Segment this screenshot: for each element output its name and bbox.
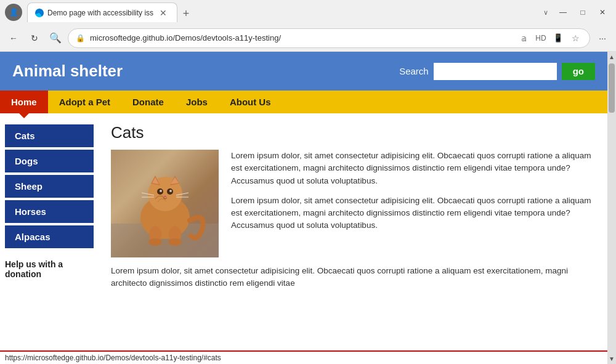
cat-svg	[111, 150, 219, 257]
site-title: Animal shelter	[12, 62, 123, 81]
favorites-icon[interactable]: ☆	[569, 33, 582, 43]
nav-menu: Home Adopt a Pet Donate Jobs About Us	[0, 91, 607, 113]
svg-point-10	[169, 190, 172, 192]
nav-bar: ← ↻ 🔍 🔒 microsoftedge.github.io/Demos/de…	[0, 25, 616, 52]
site-header: Animal shelter Search go	[0, 52, 607, 91]
maximize-button[interactable]: □	[574, 4, 591, 21]
read-aloud-icon[interactable]: 𝕒	[517, 33, 530, 43]
minimize-button[interactable]: —	[554, 4, 572, 21]
address-text: microsoftedge.github.io/Demos/devtools-a…	[90, 33, 512, 42]
lock-icon: 🔒	[76, 34, 85, 42]
sidebar-item-alpacas[interactable]: Alpacas	[5, 225, 94, 248]
nav-item-adopt[interactable]: Adopt a Pet	[48, 91, 121, 113]
add-to-collections-icon[interactable]: 📱	[551, 33, 565, 42]
tab-title: Demo page with accessibility iss	[47, 9, 153, 17]
nav-item-jobs[interactable]: Jobs	[175, 91, 219, 113]
back-button[interactable]: ←	[5, 30, 22, 47]
active-tab[interactable]: Demo page with accessibility iss ✕	[27, 2, 177, 22]
search-nav-button[interactable]: 🔍	[47, 30, 64, 47]
page-content: Animal shelter Search go Home Adopt a Pe…	[0, 52, 616, 364]
cat-image	[111, 150, 219, 257]
refresh-button[interactable]: ↻	[26, 30, 43, 47]
main-content: Cats	[99, 113, 607, 350]
status-url: https://microsoftedge.github.io/Demos/de…	[5, 354, 221, 362]
sidebar-item-cats[interactable]: Cats	[5, 124, 94, 147]
immersive-reader-icon[interactable]: HD	[534, 34, 548, 42]
nav-item-donate[interactable]: Donate	[121, 91, 175, 113]
svg-point-18	[148, 238, 162, 246]
sidebar: Cats Dogs Sheep Horses Alpacas Help us w…	[0, 113, 99, 350]
nav-item-about[interactable]: About Us	[219, 91, 282, 113]
sidebar-item-dogs[interactable]: Dogs	[5, 150, 94, 172]
address-icons: 𝕒 HD 📱 ☆	[517, 33, 582, 43]
title-bar: 👤 Demo page with accessibility iss ✕ + ∨…	[0, 0, 616, 25]
page-body: Cats Dogs Sheep Horses Alpacas Help us w…	[0, 113, 607, 350]
scroll-thumb[interactable]	[609, 63, 615, 113]
more-tools-button[interactable]: ···	[594, 30, 611, 47]
browser-window: 👤 Demo page with accessibility iss ✕ + ∨…	[0, 0, 616, 364]
tab-favicon	[35, 9, 44, 17]
address-bar[interactable]: 🔒 microsoftedge.github.io/Demos/devtools…	[68, 28, 590, 48]
new-tab-button[interactable]: +	[177, 5, 195, 22]
sidebar-item-sheep[interactable]: Sheep	[5, 175, 94, 198]
search-go-button[interactable]: go	[562, 63, 595, 80]
content-page-title: Cats	[111, 123, 595, 142]
search-label: Search	[399, 66, 429, 76]
tab-strip: Demo page with accessibility iss ✕ +	[27, 2, 541, 22]
search-area: Search go	[399, 63, 595, 80]
content-row: Lorem ipsum dolor, sit amet consectetur …	[111, 150, 595, 257]
status-bar: https://microsoftedge.github.io/Demos/de…	[0, 350, 607, 364]
content-para-1: Lorem ipsum dolor, sit amet consectetur …	[231, 150, 595, 187]
scroll-up-arrow[interactable]: ▲	[607, 52, 616, 62]
svg-point-19	[168, 238, 182, 246]
window-controls: ∨ — □ ✕	[543, 4, 611, 21]
tab-close-button[interactable]: ✕	[157, 7, 169, 19]
content-para-3-text: Lorem ipsum dolor, sit amet consectetur …	[111, 265, 595, 290]
close-button[interactable]: ✕	[594, 4, 611, 21]
sidebar-item-horses[interactable]: Horses	[5, 200, 94, 223]
content-para-3: Lorem ipsum dolor, sit amet consectetur …	[111, 265, 595, 290]
content-para-2: Lorem ipsum dolor, sit amet consectetur …	[231, 195, 595, 232]
nav-item-home[interactable]: Home	[0, 91, 48, 113]
toolbar-icons: ···	[594, 30, 611, 47]
svg-point-9	[160, 190, 162, 192]
right-scrollbar[interactable]: ▲ ▼	[607, 52, 616, 364]
tab-menu-icon[interactable]: ∨	[543, 9, 548, 17]
title-bar-left: 👤 Demo page with accessibility iss ✕ +	[5, 2, 541, 22]
profile-icon[interactable]: 👤	[5, 4, 22, 21]
help-donation-text: Help us with a donation	[5, 259, 94, 279]
search-input[interactable]	[434, 63, 557, 80]
content-text-right: Lorem ipsum dolor, sit amet consectetur …	[231, 150, 595, 257]
scroll-down-arrow[interactable]: ▼	[607, 354, 616, 364]
